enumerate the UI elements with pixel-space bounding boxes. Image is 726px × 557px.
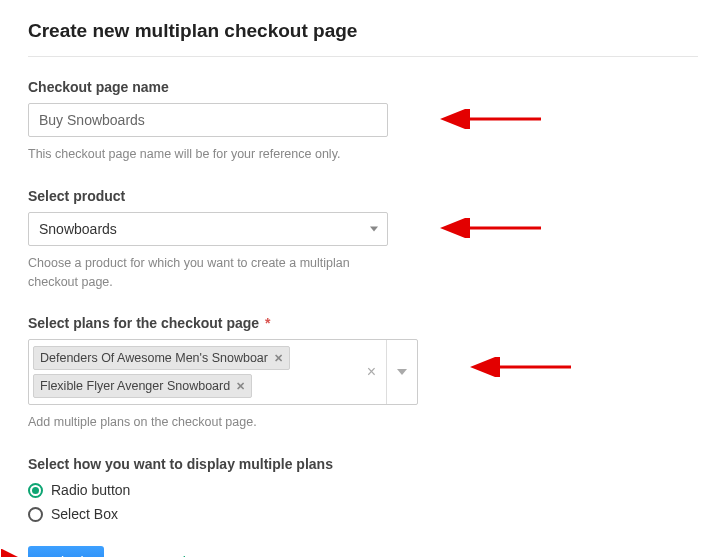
page-title: Create new multiplan checkout page [28,20,698,57]
field-select-product: Select product Snowboards Choose a produ… [28,188,698,292]
field-select-plans: Select plans for the checkout page * Def… [28,315,698,432]
radio-label: Select Box [51,506,118,522]
select-plans-help: Add multiple plans on the checkout page. [28,413,388,432]
plan-tag: Defenders Of Awesome Men's Snowboar ✕ [33,346,290,370]
annotation-arrow [436,218,546,238]
plans-multiselect[interactable]: Defenders Of Awesome Men's Snowboar ✕ Fl… [28,339,418,405]
select-plans-label: Select plans for the checkout page * [28,315,698,331]
display-mode-label: Select how you want to display multiple … [28,456,698,472]
checkout-name-label: Checkout page name [28,79,698,95]
chevron-down-icon [397,369,407,375]
plan-tag-label: Flexible Flyer Avenger Snowboard [40,379,230,393]
select-product-help: Choose a product for which you want to c… [28,254,388,292]
tag-remove-icon[interactable]: ✕ [236,380,245,393]
annotation-arrow [1,549,27,557]
field-display-mode: Select how you want to display multiple … [28,456,698,522]
checkout-name-input[interactable] [28,103,388,137]
multiselect-toggle[interactable] [387,340,417,404]
radio-label: Radio button [51,482,130,498]
field-checkout-name: Checkout page name This checkout page na… [28,79,698,164]
annotation-arrow [466,357,576,377]
actions-row: Submit or Go Back [28,546,698,557]
checkout-name-help: This checkout page name will be for your… [28,145,388,164]
multiselect-clear-icon[interactable]: × [357,340,387,404]
tag-remove-icon[interactable]: ✕ [274,352,283,365]
radio-option-radio-button[interactable]: Radio button [28,482,698,498]
radio-option-select-box[interactable]: Select Box [28,506,698,522]
plans-tags-container: Defenders Of Awesome Men's Snowboar ✕ Fl… [29,340,357,404]
plan-tag: Flexible Flyer Avenger Snowboard ✕ [33,374,252,398]
required-asterisk: * [265,315,270,331]
select-product-value: Snowboards [39,221,117,237]
select-product-dropdown[interactable]: Snowboards [28,212,388,246]
caret-down-icon [370,226,378,231]
submit-button[interactable]: Submit [28,546,104,557]
radio-icon [28,507,43,522]
select-product-label: Select product [28,188,698,204]
radio-icon [28,483,43,498]
plan-tag-label: Defenders Of Awesome Men's Snowboar [40,351,268,365]
annotation-arrow [436,109,546,129]
